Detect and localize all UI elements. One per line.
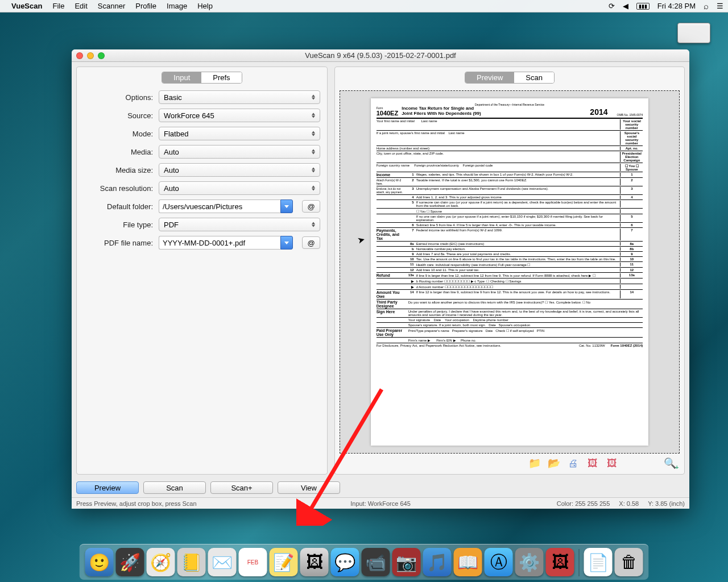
menubar-file[interactable]: File [52,2,64,10]
dock-document[interactable]: 📄 [584,548,613,576]
notification-center-icon[interactable]: ☰ [717,2,723,10]
window-close-button[interactable] [76,52,83,59]
preview-panel: Preview Scan ➤ Department of the Treasur… [334,66,685,475]
volume-icon[interactable]: ◀ [623,2,628,10]
input-default-folder[interactable] [159,199,280,213]
action-button-row: Preview Scan Scan+ View [72,479,689,497]
label-mode: Mode: [84,130,153,138]
dock-itunes[interactable]: 🎵 [423,548,452,576]
dock-ibooks[interactable]: 📖 [454,548,482,576]
dropdown-pdf-file-name[interactable] [280,236,293,250]
dock-notes[interactable]: 📝 [270,548,298,576]
label-options: Options: [84,93,153,102]
dock-facetime[interactable]: 📹 [362,548,390,576]
right-segmented-tabs: Preview Scan [465,72,555,84]
select-media[interactable]: Auto [159,145,320,159]
dock-launchpad[interactable]: 🚀 [116,548,144,576]
preview-canvas[interactable]: ➤ Department of the Treasury—Internal Re… [340,90,680,454]
menubar-scanner[interactable]: Scanner [98,2,125,10]
dock-preview[interactable]: 🖼 [300,548,329,576]
label-file-type: File type: [84,221,153,229]
dock-calendar[interactable]: FEB [239,548,267,576]
scan-plus-button[interactable]: Scan+ [210,481,273,494]
select-media-size[interactable]: Auto [159,163,320,177]
left-segmented-tabs: Input Prefs [162,72,242,84]
zoom-in-icon[interactable]: 🔍 [663,457,677,469]
folder-add-icon[interactable]: 📁 [527,457,542,469]
select-mode[interactable]: Flatbed [159,127,320,140]
image-editor-icon[interactable]: 🖼 [605,457,619,469]
scan-button[interactable]: Scan [143,481,206,494]
printer-icon[interactable]: 🖨 [566,457,581,469]
select-source[interactable]: WorkForce 645 [159,109,320,122]
dock-appstore[interactable]: Ⓐ [485,548,513,576]
row-media: Media: Auto [84,145,320,159]
label-media: Media: [84,148,153,156]
dock-finder[interactable]: 🙂 [85,548,114,576]
row-source: Source: WorkForce 645 [84,109,320,122]
dock-messages[interactable]: 💬 [331,548,359,576]
status-x: X: 0.58 [619,500,639,507]
sync-icon[interactable]: ⟳ [609,2,615,10]
label-media-size: Media size: [84,166,153,174]
menubar-edit[interactable]: Edit [75,2,87,10]
dock-separator [579,549,580,576]
row-pdf-file-name: PDF file name: @ [84,236,320,250]
battery-icon[interactable]: ▮▮▮ [636,3,650,10]
status-bar: Press Preview, adjust crop box, press Sc… [72,497,689,509]
dock-vuescan[interactable]: 🖼 [546,548,574,576]
view-button[interactable]: View [278,481,340,494]
harddrive-icon [677,23,710,43]
tab-input[interactable]: Input [162,72,201,83]
settings-panel: Input Prefs Options: Basic Source: WorkF… [76,66,328,475]
label-default-folder: Default folder: [84,202,153,211]
status-y: Y: 3.85 (inch) [648,500,685,507]
row-options: Options: Basic [84,90,320,104]
dock-sysprefs[interactable]: ⚙️ [515,548,544,576]
status-color: Color: 255 255 255 [557,500,610,507]
menubar-app[interactable]: VueScan [11,2,42,10]
select-scan-resolution[interactable]: Auto [159,181,320,195]
window-title: VueScan 9 x64 (9.5.03) -2015-02-27-0001.… [72,51,689,60]
dock-trash[interactable]: 🗑 [615,548,643,576]
label-source: Source: [84,111,153,120]
input-pdf-file-name[interactable] [159,236,280,250]
at-button-pdf[interactable]: @ [302,236,320,249]
dropdown-default-folder[interactable] [280,199,293,213]
window-zoom-button[interactable] [98,52,105,59]
cursor-icon: ➤ [356,234,366,247]
select-file-type[interactable]: PDF [159,218,320,231]
scanned-document: Department of the Treasury—Internal Reve… [371,98,649,446]
image-viewer-icon[interactable]: 🖼 [585,457,600,469]
vuescan-window: VueScan 9 x64 (9.5.03) -2015-02-27-0001.… [72,49,689,509]
label-pdf-file-name: PDF file name: [84,239,153,247]
row-mode: Mode: Flatbed [84,127,320,140]
row-default-folder: Default folder: @ [84,199,320,213]
row-media-size: Media size: Auto [84,163,320,177]
spotlight-icon[interactable]: ⌕ [704,1,709,11]
dock: 🙂 🚀 🧭 📒 ✉️ FEB 📝 🖼 💬 📹 📷 🎵 📖 Ⓐ ⚙️ 🖼 📄 🗑 [80,544,649,580]
tab-preview[interactable]: Preview [465,72,514,83]
dock-contacts[interactable]: 📒 [177,548,206,576]
window-minimize-button[interactable] [87,52,94,59]
preview-toolbar: 📁 📂 🖨 🖼 🖼 🔍 [340,454,680,469]
tab-prefs[interactable]: Prefs [201,72,241,83]
label-scan-resolution: Scan resolution: [84,184,153,193]
mac-menubar: VueScan File Edit Scanner Profile Image … [0,0,728,13]
preview-button[interactable]: Preview [76,481,139,494]
menubar-clock[interactable]: Fri 4:28 PM [657,2,696,10]
dock-photobooth[interactable]: 📷 [392,548,421,576]
row-scan-resolution: Scan resolution: Auto [84,181,320,195]
folder-open-icon[interactable]: 📂 [547,457,561,469]
window-titlebar: VueScan 9 x64 (9.5.03) -2015-02-27-0001.… [72,49,689,62]
select-options[interactable]: Basic [159,90,320,104]
at-button-folder[interactable]: @ [302,200,320,213]
status-source: Input: WorkForce 645 [350,500,411,507]
dock-mail[interactable]: ✉️ [208,548,237,576]
menubar-profile[interactable]: Profile [135,2,156,10]
menubar-image[interactable]: Image [167,2,187,10]
dock-safari[interactable]: 🧭 [147,548,175,576]
status-hint: Press Preview, adjust crop box, press Sc… [76,500,197,507]
tab-scan[interactable]: Scan [514,72,554,83]
menubar-help[interactable]: Help [197,2,213,10]
